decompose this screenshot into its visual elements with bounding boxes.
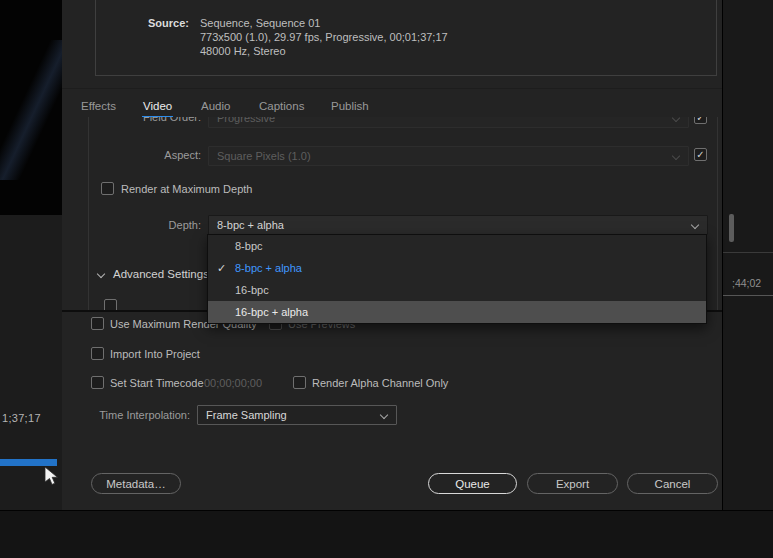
aspect-label: Aspect: (89, 149, 201, 161)
video-light-streak (0, 40, 62, 180)
tab-publish[interactable]: Publish (330, 100, 370, 116)
depth-option-label: 8-bpc (235, 235, 706, 257)
ruler-timecode: ;44;02 (732, 277, 761, 289)
program-monitor (0, 0, 62, 215)
render-max-depth-checkbox[interactable] (101, 182, 114, 195)
import-into-project-label: Import Into Project (110, 348, 200, 360)
aspect-value: Square Pixels (1.0) (217, 150, 311, 162)
disclosure-chevron-icon[interactable] (97, 270, 105, 278)
aspect-checkbox[interactable]: ✓ (694, 148, 707, 161)
depth-option-16bpc-alpha[interactable]: 16-bpc + alpha (208, 301, 706, 323)
export-button[interactable]: Export (527, 473, 618, 494)
tab-effects[interactable]: Effects (80, 100, 117, 116)
time-interpolation-label: Time Interpolation: (62, 409, 190, 421)
depth-option-label: 16-bpc + alpha (235, 301, 706, 323)
chevron-down-icon (672, 117, 680, 122)
vertical-scrollbar[interactable] (729, 214, 734, 242)
timeline-bottom-strip (0, 510, 773, 558)
source-line: 773x500 (1.0), 29.97 fps, Progressive, 0… (200, 31, 448, 43)
check-icon: ✓ (217, 257, 226, 279)
render-alpha-only-checkbox[interactable] (293, 376, 306, 389)
chevron-down-icon (672, 152, 680, 160)
cancel-button[interactable]: Cancel (627, 473, 718, 494)
depth-option-8bpc-alpha[interactable]: ✓ 8-bpc + alpha (208, 257, 706, 279)
set-start-timecode-checkbox[interactable] (91, 376, 104, 389)
check-icon: ✓ (695, 149, 706, 160)
metadata-button[interactable]: Metadata… (91, 473, 181, 494)
start-timecode-value: 00;00;00;00 (204, 377, 262, 389)
render-alpha-only-label: Render Alpha Channel Only (312, 377, 448, 389)
tab-audio[interactable]: Audio (200, 100, 231, 116)
tab-video[interactable]: Video (142, 100, 173, 118)
use-max-render-quality-checkbox[interactable] (91, 317, 104, 330)
field-order-dropdown: Progressive (208, 117, 689, 128)
timeline-left-edge: 1;37;17 (0, 215, 62, 510)
field-order-value: Progressive (217, 117, 275, 124)
queue-button[interactable]: Queue (428, 473, 517, 494)
depth-label: Depth: (89, 219, 201, 231)
panel-divider (723, 252, 773, 253)
tabbar-divider (62, 88, 722, 89)
timeline-timecode: 1;37;17 (2, 412, 41, 424)
depth-dropdown-value: 8-bpc + alpha (217, 219, 284, 231)
depth-option-label: 16-bpc (235, 279, 706, 301)
depth-option-8bpc[interactable]: 8-bpc (208, 235, 706, 257)
depth-option-label: 8-bpc + alpha (235, 257, 706, 279)
clipped-checkbox[interactable] (104, 299, 117, 310)
chevron-down-icon (691, 221, 699, 229)
screen: 1;37;17 ;44;02 Source: Sequence, Sequenc… (0, 0, 773, 558)
chevron-down-icon (380, 411, 388, 419)
source-line: 48000 Hz, Stereo (200, 45, 286, 57)
timeline-right-edge: ;44;02 (722, 0, 773, 510)
set-start-timecode-label: Set Start Timecode (110, 377, 204, 389)
check-icon: ✓ (695, 117, 706, 123)
depth-option-16bpc[interactable]: 16-bpc (208, 279, 706, 301)
panel-divider (723, 295, 773, 296)
import-into-project-checkbox[interactable] (91, 347, 104, 360)
time-interpolation-value: Frame Sampling (206, 409, 287, 421)
depth-dropdown-menu: 8-bpc ✓ 8-bpc + alpha 16-bpc 16-bpc + al… (207, 234, 707, 324)
field-order-label: Field Order: (89, 117, 201, 123)
timeline-scrollbar[interactable] (0, 459, 57, 466)
export-settings-dialog: Source: Sequence, Sequence 01 773x500 (1… (62, 0, 722, 510)
time-interpolation-dropdown[interactable]: Frame Sampling (197, 405, 397, 425)
tab-captions[interactable]: Captions (258, 100, 305, 116)
depth-dropdown[interactable]: 8-bpc + alpha (208, 215, 708, 235)
source-line: Sequence, Sequence 01 (200, 17, 321, 29)
source-label: Source: (148, 17, 189, 29)
render-max-depth-label: Render at Maximum Depth (121, 183, 252, 195)
field-order-checkbox[interactable]: ✓ (694, 117, 707, 124)
aspect-dropdown: Square Pixels (1.0) (208, 146, 689, 166)
mouse-cursor (44, 466, 59, 486)
advanced-settings-header[interactable]: Advanced Settings (113, 268, 209, 280)
